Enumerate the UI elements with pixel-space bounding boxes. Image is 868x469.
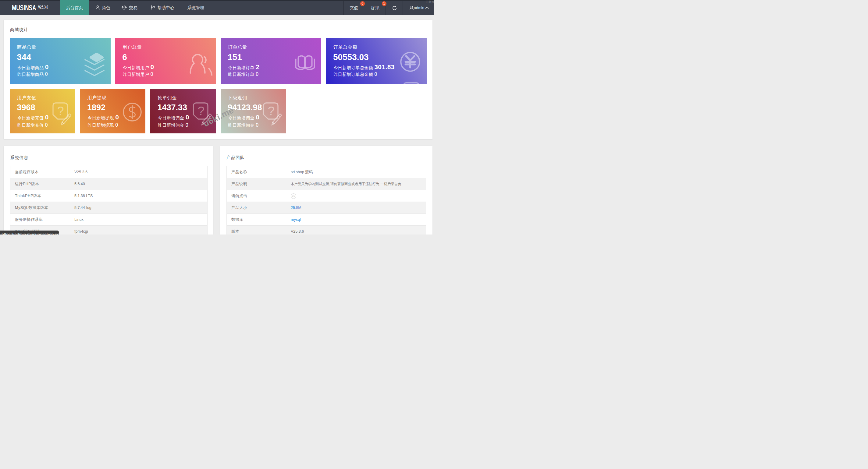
svg-text:?: ? <box>57 104 64 118</box>
svg-text:?: ? <box>197 104 204 118</box>
svg-text:404: 404 <box>292 195 295 197</box>
svg-text:?: ? <box>268 104 275 118</box>
